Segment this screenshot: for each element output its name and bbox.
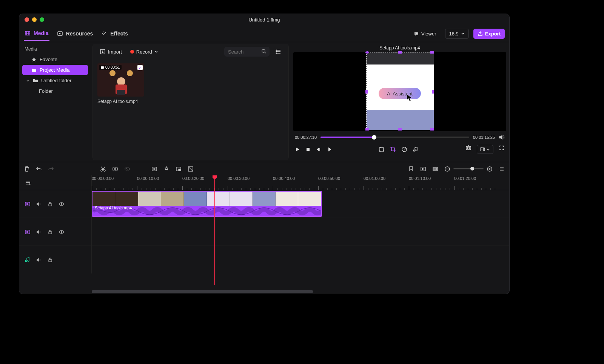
timeline-scrollbar[interactable]: [92, 290, 502, 293]
svg-rect-39: [500, 167, 504, 168]
track-head: [19, 218, 92, 246]
tab-effects-label: Effects: [110, 31, 128, 37]
effects-button[interactable]: [163, 166, 169, 172]
visibility-button[interactable]: [59, 229, 65, 235]
mask-button[interactable]: [188, 166, 194, 172]
timeline-ruler[interactable]: 00:00:00:0000:00:10:0000:00:20:0000:00:3…: [92, 175, 509, 190]
snapshot-button[interactable]: [465, 145, 471, 154]
audio-button[interactable]: [413, 146, 419, 152]
zoom-in-button[interactable]: [487, 166, 493, 172]
freeze-frame-button[interactable]: [151, 166, 157, 172]
play-button[interactable]: [295, 147, 300, 152]
clip-thumbnail[interactable]: 00:00:51 ✓: [97, 63, 144, 97]
zoom-fit-dropdown[interactable]: Fit: [477, 145, 493, 154]
svg-point-20: [379, 151, 381, 152]
media-icon: [25, 30, 31, 36]
redo-button[interactable]: [48, 166, 54, 172]
selection-box[interactable]: AI Assistant: [366, 52, 433, 130]
search-input[interactable]: [228, 49, 258, 55]
track-lane[interactable]: [92, 246, 509, 273]
resources-icon: [57, 31, 63, 37]
ruler-label: 00:00:30:00: [228, 176, 250, 181]
lock-button[interactable]: [47, 229, 53, 235]
link-button[interactable]: [124, 166, 130, 172]
track-row-audio: [19, 246, 509, 273]
add-track-button[interactable]: [25, 179, 31, 186]
zoom-handle[interactable]: [470, 167, 474, 170]
volume-icon[interactable]: [499, 134, 505, 140]
video-track-icon[interactable]: [25, 201, 31, 207]
transform-button[interactable]: [379, 146, 385, 152]
track-lane[interactable]: [92, 218, 509, 246]
lock-button[interactable]: [47, 201, 53, 207]
speed-button[interactable]: [401, 146, 407, 152]
scrub-bar[interactable]: [320, 137, 469, 138]
fullscreen-button[interactable]: [499, 145, 505, 154]
scrub-handle[interactable]: [372, 135, 376, 140]
preview-canvas[interactable]: AI Assistant: [293, 52, 506, 131]
sliders-icon: [414, 31, 419, 36]
svg-point-7: [276, 50, 277, 51]
split-button[interactable]: [112, 166, 118, 172]
track-row-video-1: Setapp AI tools.mp4: [19, 190, 509, 218]
track-lane[interactable]: Setapp AI tools.mp4: [92, 190, 509, 218]
export-label: Export: [485, 31, 501, 37]
minimize-window-button[interactable]: [32, 17, 37, 22]
mute-button[interactable]: [36, 201, 42, 207]
lock-button[interactable]: [47, 257, 53, 263]
track-head: [19, 246, 92, 273]
ruler-label: 00:01:20:00: [454, 176, 476, 181]
video-track-icon[interactable]: [25, 229, 31, 235]
folder-icon: [33, 78, 38, 83]
zoom-out-button[interactable]: [444, 166, 450, 172]
sidebar-item-favorite[interactable]: Favorite: [22, 54, 88, 65]
scrollbar-thumb[interactable]: [92, 290, 313, 293]
clip-thumbnail-art: [108, 70, 134, 97]
svg-point-25: [101, 170, 102, 171]
pip-button[interactable]: [176, 166, 182, 172]
clip-card[interactable]: 00:00:51 ✓ Setapp AI tools.mp4: [97, 63, 144, 104]
zoom-slider[interactable]: [453, 168, 484, 169]
audio-track-icon[interactable]: [25, 257, 31, 263]
svg-rect-27: [113, 168, 114, 170]
tab-effects[interactable]: Effects: [100, 27, 129, 40]
delete-button[interactable]: [24, 166, 30, 172]
crop-button[interactable]: [390, 146, 396, 152]
sidebar-item-folder[interactable]: Folder: [22, 86, 88, 96]
next-frame-button[interactable]: [327, 147, 332, 152]
tab-media[interactable]: Media: [24, 26, 49, 41]
sidebar-item-untitled-folder[interactable]: Untitled folder: [22, 75, 88, 86]
svg-point-44: [61, 203, 62, 204]
import-icon: [100, 49, 106, 55]
tab-resources[interactable]: Resources: [56, 27, 94, 40]
stop-button[interactable]: [305, 147, 311, 152]
visibility-button[interactable]: [59, 201, 65, 207]
undo-button[interactable]: [36, 166, 42, 172]
prev-frame-button[interactable]: [316, 147, 321, 152]
record-button[interactable]: Record: [128, 48, 160, 56]
mute-button[interactable]: [36, 257, 42, 263]
export-button[interactable]: Export: [473, 29, 505, 39]
cut-button[interactable]: [100, 166, 106, 172]
import-button[interactable]: Import: [97, 47, 124, 56]
sidebar-item-project-media[interactable]: Project Media: [22, 65, 88, 75]
match-frame-button[interactable]: [420, 166, 426, 172]
viewer-button[interactable]: Viewer: [410, 29, 441, 39]
svg-rect-36: [434, 168, 437, 170]
viewer-label: Viewer: [421, 31, 436, 37]
timeline-clip[interactable]: Setapp AI tools.mp4: [92, 191, 322, 217]
track-options-button[interactable]: [499, 166, 505, 172]
mute-button[interactable]: [36, 229, 42, 235]
svg-point-19: [383, 147, 384, 148]
svg-point-30: [154, 168, 155, 170]
svg-point-21: [383, 151, 384, 152]
aspect-ratio-dropdown[interactable]: 16:9: [445, 29, 469, 39]
svg-rect-28: [116, 168, 117, 170]
media-sidebar: Media Favorite Project Media Untitled fo…: [19, 42, 91, 162]
marker-button[interactable]: [408, 166, 414, 172]
list-view-button[interactable]: [273, 47, 284, 56]
safe-area-button[interactable]: [432, 166, 438, 172]
close-window-button[interactable]: [25, 17, 29, 22]
maximize-window-button[interactable]: [40, 17, 44, 22]
clip-name: Setapp AI tools.mp4: [97, 99, 144, 104]
